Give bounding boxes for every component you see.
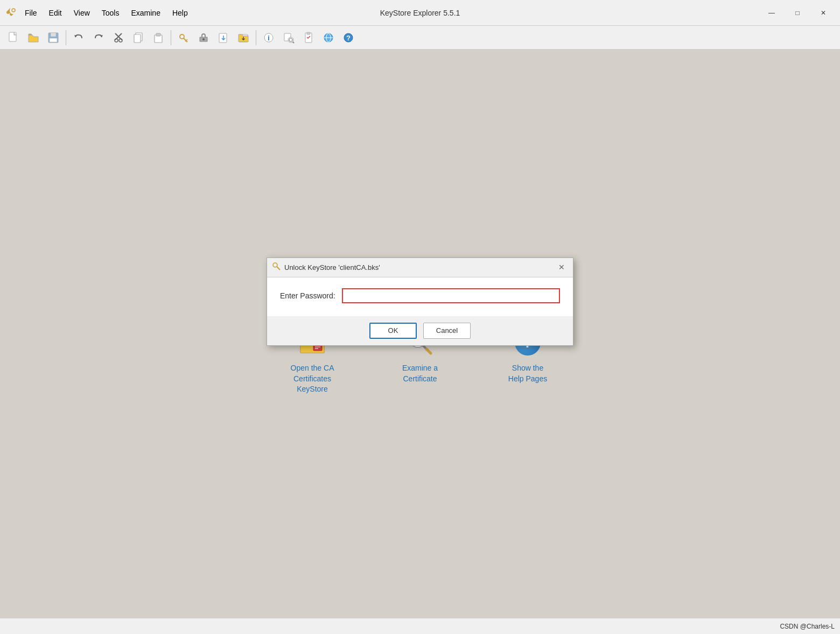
dialog-buttons: OK Cancel [267, 316, 573, 345]
maximize-button[interactable]: □ [785, 4, 810, 22]
genkeysecret-button[interactable] [194, 29, 213, 47]
svg-point-0 [12, 9, 15, 12]
open-button[interactable] [24, 29, 43, 47]
svg-rect-14 [156, 33, 160, 36]
show-help-pages-label: Show theHelp Pages [508, 363, 547, 384]
new-icon [8, 32, 19, 44]
menu-help[interactable]: Help [167, 6, 193, 19]
password-label: Enter Password: [280, 291, 335, 300]
minimize-button[interactable]: — [759, 4, 784, 22]
menu-tools[interactable]: Tools [96, 6, 125, 19]
genkeypair-button[interactable] [174, 29, 193, 47]
svg-rect-3 [51, 33, 56, 37]
examine-ssl-button[interactable] [319, 29, 338, 47]
dialog-overlay: Unlock KeyStore 'clientCA.bks' ✕ Enter P… [0, 50, 840, 618]
importkeystore-icon [237, 32, 249, 44]
menu-examine[interactable]: Examine [125, 6, 165, 19]
examine-cert-button[interactable] [279, 29, 298, 47]
svg-point-16 [202, 38, 205, 40]
undo-button[interactable] [69, 29, 88, 47]
genkeypair-icon [178, 32, 190, 44]
cut-button[interactable] [109, 29, 128, 47]
separator-1 [66, 30, 66, 45]
redo-icon [93, 32, 104, 44]
menu-view[interactable]: View [68, 6, 95, 19]
svg-text:?: ? [346, 34, 351, 42]
importkeystore-button[interactable] [234, 29, 253, 47]
main-content: KeyStore Explorer Open the CACertificate… [0, 50, 840, 618]
undo-icon [73, 32, 85, 44]
toolbar: i ? [0, 26, 840, 50]
title-bar: File Edit View Tools Examine Help KeySto… [0, 0, 840, 26]
svg-rect-26 [307, 32, 310, 34]
menu-edit[interactable]: Edit [44, 6, 67, 19]
app-icon [4, 6, 17, 19]
svg-text:i: i [268, 34, 269, 42]
password-field-row: Enter Password: [280, 288, 560, 303]
menu-file[interactable]: File [19, 6, 43, 19]
save-icon [47, 32, 59, 44]
ok-button[interactable]: OK [369, 323, 417, 339]
dialog-title: Unlock KeyStore 'clientCA.bks' [284, 263, 555, 271]
cancel-button[interactable]: Cancel [423, 323, 471, 339]
examine-crl-button[interactable] [299, 29, 318, 47]
importtrust-button[interactable] [214, 29, 233, 47]
save-button[interactable] [44, 29, 62, 47]
dialog-titlebar: Unlock KeyStore 'clientCA.bks' ✕ [267, 258, 573, 277]
importtrust-icon [218, 32, 229, 44]
examine-certificate-label: Examine aCertificate [402, 363, 438, 384]
open-icon [27, 32, 39, 44]
svg-line-39 [426, 349, 431, 353]
paste-button[interactable] [149, 29, 167, 47]
redo-button[interactable] [89, 29, 108, 47]
dialog-icon [271, 261, 281, 273]
unlock-keystore-dialog: Unlock KeyStore 'clientCA.bks' ✕ Enter P… [267, 257, 573, 346]
watermark: CSDN @Charles-L [780, 623, 835, 630]
open-ca-keystore-label: Open the CACertificates KeyStore [280, 363, 345, 395]
svg-rect-12 [134, 34, 141, 43]
svg-point-15 [180, 34, 184, 39]
close-button[interactable]: ✕ [811, 4, 836, 22]
copy-button[interactable] [129, 29, 148, 47]
cut-icon [113, 32, 124, 44]
window-controls: — □ ✕ [759, 4, 836, 22]
password-input[interactable] [342, 288, 560, 303]
properties-icon: i [263, 32, 275, 44]
separator-2 [171, 30, 171, 45]
svg-rect-17 [219, 33, 227, 43]
copy-icon [132, 32, 144, 44]
svg-point-40 [273, 263, 277, 267]
svg-rect-4 [50, 38, 57, 42]
dialog-close-button[interactable]: ✕ [555, 261, 569, 273]
status-bar: CSDN @Charles-L [0, 618, 840, 634]
properties-button[interactable]: i [260, 29, 278, 47]
paste-icon [152, 32, 164, 44]
separator-3 [256, 30, 256, 45]
examine-crl-icon [303, 32, 314, 44]
new-button[interactable] [4, 29, 23, 47]
svg-line-23 [293, 41, 295, 43]
window-title: KeyStore Explorer 5.5.1 [380, 9, 460, 17]
dialog-body: Enter Password: [267, 277, 573, 316]
examine-cert-icon [283, 32, 295, 44]
help-toolbar-icon: ? [342, 32, 354, 44]
help-toolbar-button[interactable]: ? [339, 29, 358, 47]
examine-ssl-icon [323, 32, 334, 44]
genkeysecret-icon [198, 32, 209, 44]
